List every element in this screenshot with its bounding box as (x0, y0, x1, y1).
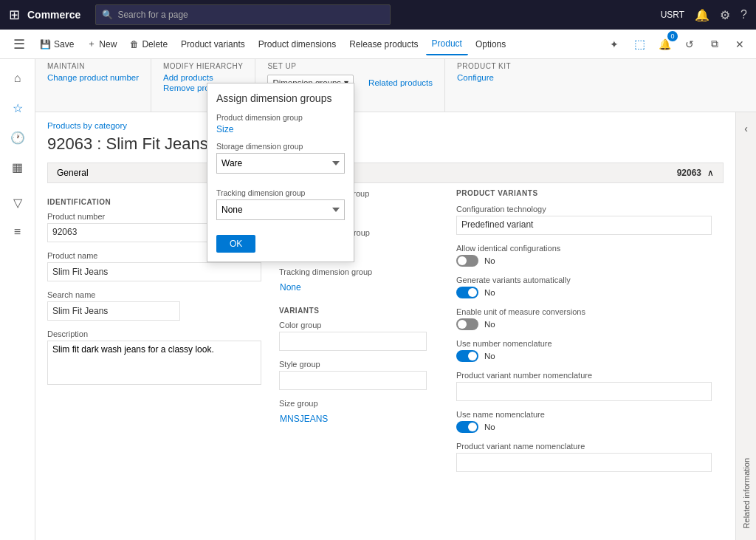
setup-label: Set up (267, 62, 433, 70)
save-button[interactable]: 💾 Save (34, 33, 80, 55)
breadcrumb[interactable]: Products by category (47, 121, 127, 130)
generate-variants-label: Generate variants automatically (456, 276, 712, 284)
notification-icon[interactable]: 🔔 0 (654, 34, 675, 55)
help-icon[interactable]: ? (740, 8, 747, 21)
popup-sdg-select[interactable]: Ware None SiteWH (216, 153, 345, 174)
use-number-nomenclature-group: Use number nomenclature No (456, 339, 712, 362)
right-panel-label[interactable]: Related information (742, 458, 751, 528)
modify-hierarchy-label: Modify hierarchy (163, 62, 243, 70)
sidebar-home-icon[interactable]: ⌂ (4, 65, 31, 92)
page-content: Products by category 92063 : Slim Fit Je… (35, 112, 735, 540)
search-name-group: Search name (47, 290, 261, 321)
refresh-icon[interactable]: ↺ (679, 34, 700, 55)
main-layout: ⌂ ☆ 🕐 ▦ ▽ ≡ Maintain Change product numb… (0, 59, 756, 540)
enable-uom-no: No (484, 320, 495, 329)
product-variant-name-nomenclature-group: Product variant name nomenclature (456, 442, 712, 472)
allow-identical-toggle[interactable] (456, 255, 478, 267)
save-icon: 💾 (40, 39, 51, 49)
product-variant-number-nomenclature-group: Product variant number nomenclature (456, 371, 712, 401)
configure-link[interactable]: Configure (457, 73, 511, 82)
new-button[interactable]: ＋ New (81, 33, 123, 55)
popup-tdg-label: Tracking dimension group (216, 188, 345, 197)
allow-identical-label: Allow identical configurations (456, 244, 712, 253)
use-name-nomenclature-toggle[interactable] (456, 421, 478, 433)
right-panel-collapse-icon[interactable]: ‹ (740, 118, 752, 139)
sidebar-star-icon[interactable]: ☆ (4, 95, 31, 121)
change-product-number-link[interactable]: Change product number (47, 73, 139, 82)
toolbar-right: ✦ ⬚ 🔔 0 ↺ ⧉ ✕ (604, 34, 750, 55)
allow-identical-no: No (484, 256, 495, 265)
top-nav-right: USRT 🔔 ⚙ ? (661, 8, 747, 22)
app-grid-icon[interactable]: ⊞ (9, 7, 20, 23)
product-dimensions-button[interactable]: Product dimensions (252, 33, 342, 55)
product-variant-number-nomenclature-label: Product variant number nomenclature (456, 371, 712, 380)
popup-pdg-label: Product dimension group (216, 113, 345, 122)
options-tab-button[interactable]: Options (470, 33, 512, 55)
office-icon[interactable]: ⬚ (629, 34, 650, 55)
maintain-group: Maintain Change product number (35, 59, 151, 112)
close-icon[interactable]: ✕ (729, 34, 750, 55)
right-panel: ‹ Related information (735, 112, 756, 540)
popup-sdg-select-wrap: Ware None SiteWH (216, 153, 345, 181)
popup-tdg-select[interactable]: None Serial Batch (216, 199, 345, 220)
related-products-link[interactable]: Related products (368, 78, 433, 87)
product-name-input[interactable] (47, 262, 261, 281)
use-name-nomenclature-label: Use name nomenclature (456, 410, 712, 419)
general-section-label: General (57, 168, 89, 178)
popup-ok-button[interactable]: OK (216, 235, 255, 253)
global-search-box[interactable]: 🔍 Search for a page (95, 4, 391, 25)
sidebar-calendar-icon[interactable]: ▦ (4, 154, 31, 180)
use-name-nomenclature-group: Use name nomenclature No (456, 410, 712, 433)
use-name-nomenclature-no: No (484, 423, 495, 431)
collapse-icon[interactable]: ∧ (707, 168, 714, 178)
menu-toggle-icon[interactable]: ☰ (6, 31, 32, 58)
size-group-value[interactable]: MNSJEANS (279, 410, 427, 429)
generate-variants-group: Generate variants automatically No (456, 276, 712, 298)
color-group-group: Color group (279, 321, 427, 351)
sidebar-filter-icon[interactable]: ▽ (4, 189, 31, 216)
search-name-field-label: Search name (47, 290, 261, 299)
action-bar: Maintain Change product number Modify hi… (35, 59, 756, 112)
style-group-group: Style group (279, 360, 427, 390)
enable-uom-label: Enable unit of measure conversions (456, 307, 712, 316)
use-number-nomenclature-label: Use number nomenclature (456, 339, 712, 348)
style-group-value (279, 371, 427, 390)
product-variant-name-nomenclature-label: Product variant name nomenclature (456, 442, 712, 451)
form-columns: IDENTIFICATION Product number 92063 Prod… (47, 189, 724, 481)
detach-icon[interactable]: ⧉ (704, 34, 725, 55)
size-group-label: Size group (279, 399, 427, 408)
description-field-label: Description (47, 329, 261, 338)
generate-variants-no: No (484, 288, 495, 297)
release-products-button[interactable]: Release products (343, 33, 424, 55)
product-tab-button[interactable]: Product (426, 33, 468, 55)
popup-pdg-value: Size (216, 124, 345, 134)
popup-sdg-label: Storage dimension group (216, 142, 345, 151)
sidebar-list-icon[interactable]: ≡ (4, 219, 31, 245)
product-variant-name-nomenclature-value (456, 453, 712, 472)
color-group-label: Color group (279, 321, 427, 329)
generate-variants-toggle[interactable] (456, 287, 478, 298)
settings-icon[interactable]: ⚙ (720, 8, 730, 22)
add-products-link[interactable]: Add products (163, 73, 243, 82)
use-number-nomenclature-no: No (484, 352, 495, 360)
product-variants-button[interactable]: Product variants (175, 33, 251, 55)
size-group-group: Size group MNSJEANS (279, 399, 427, 429)
enable-uom-toggle[interactable] (456, 318, 478, 330)
sidebar-clock-icon[interactable]: 🕐 (4, 124, 31, 151)
tdg-label: Tracking dimension group (279, 267, 427, 276)
personalize-icon[interactable]: ✦ (604, 34, 625, 55)
description-textarea[interactable]: Slim fit dark wash jeans for a classy lo… (47, 341, 261, 385)
search-name-input[interactable] (47, 301, 180, 321)
bell-icon[interactable]: 🔔 (695, 8, 709, 22)
tdg-value[interactable]: None (279, 278, 427, 298)
enable-uom-group: Enable unit of measure conversions No (456, 307, 712, 330)
product-kit-group: Product kit Configure (445, 59, 523, 112)
general-section-header[interactable]: General 92063 ∧ (47, 163, 724, 183)
search-placeholder: Search for a page (117, 10, 188, 20)
use-number-nomenclature-toggle[interactable] (456, 350, 478, 362)
user-label: USRT (661, 10, 684, 20)
style-group-label: Style group (279, 360, 427, 369)
allow-identical-group: Allow identical configurations No (456, 244, 712, 267)
delete-icon: 🗑 (130, 39, 139, 49)
delete-button[interactable]: 🗑 Delete (124, 33, 173, 55)
